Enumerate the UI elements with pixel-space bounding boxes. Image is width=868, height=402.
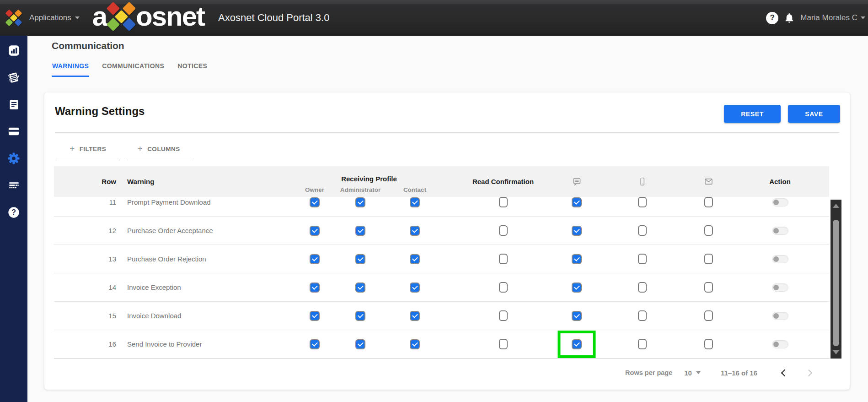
- row-number: 14: [54, 283, 127, 291]
- tab-warnings[interactable]: WARNINGS: [52, 60, 89, 77]
- caret-down-icon: [75, 16, 80, 22]
- settings-gear-icon[interactable]: [7, 152, 21, 165]
- columns-button[interactable]: + COLUMNS: [127, 144, 191, 160]
- comment-checkbox[interactable]: [572, 226, 582, 236]
- read-confirmation-checkbox[interactable]: [499, 310, 508, 321]
- column-header-contact: Contact: [379, 186, 451, 193]
- owner-checkbox[interactable]: [310, 282, 320, 293]
- filters-button[interactable]: + FILTERS: [56, 144, 120, 160]
- tab-communications[interactable]: COMMUNICATIONS: [102, 60, 165, 77]
- scroll-down-icon[interactable]: [833, 350, 839, 354]
- contact-checkbox[interactable]: [410, 197, 420, 207]
- reset-button[interactable]: RESET: [724, 105, 781, 123]
- applications-label: Applications: [29, 13, 71, 22]
- comment-checkbox[interactable]: [572, 282, 582, 293]
- rows-per-page-value: 10: [684, 369, 692, 377]
- mail-checkbox[interactable]: [704, 225, 713, 236]
- svg-text:?: ?: [11, 208, 16, 216]
- rows-per-page-select[interactable]: 10: [684, 369, 701, 377]
- comment-checkbox[interactable]: [572, 339, 582, 349]
- action-toggle[interactable]: [772, 283, 788, 292]
- action-toggle[interactable]: [772, 198, 788, 206]
- toggle-knob: [773, 200, 779, 205]
- action-toggle[interactable]: [772, 255, 788, 263]
- previous-page-button[interactable]: [779, 368, 790, 378]
- contact-checkbox[interactable]: [410, 282, 420, 293]
- warning-name: Invoice Download: [127, 312, 287, 320]
- comment-checkbox[interactable]: [572, 311, 582, 321]
- row-number: 13: [54, 255, 127, 263]
- owner-checkbox[interactable]: [310, 339, 320, 349]
- scroll-up-icon[interactable]: [833, 204, 839, 208]
- comment-checkbox[interactable]: [572, 254, 582, 264]
- pagination-range: 11–16 of 16: [721, 369, 757, 377]
- mail-checkbox[interactable]: [704, 310, 713, 321]
- next-page-button[interactable]: [804, 368, 814, 378]
- plus-icon: +: [70, 144, 75, 154]
- administrator-checkbox[interactable]: [355, 311, 365, 321]
- read-confirmation-checkbox[interactable]: [499, 282, 508, 293]
- owner-checkbox[interactable]: [310, 226, 320, 236]
- contact-checkbox[interactable]: [410, 339, 420, 349]
- mail-checkbox[interactable]: [704, 339, 713, 349]
- smartphone-icon: [598, 166, 686, 197]
- plus-icon: +: [138, 144, 143, 154]
- administrator-checkbox[interactable]: [355, 339, 365, 349]
- comment-checkbox[interactable]: [572, 197, 582, 207]
- smartphone-checkbox[interactable]: [638, 339, 647, 349]
- owner-checkbox[interactable]: [310, 254, 320, 264]
- dashboard-chart-icon[interactable]: [7, 43, 21, 57]
- read-confirmation-checkbox[interactable]: [499, 339, 508, 349]
- mail-checkbox[interactable]: [704, 197, 713, 207]
- credit-card-icon[interactable]: [7, 125, 21, 138]
- owner-checkbox[interactable]: [310, 197, 320, 207]
- contact-checkbox[interactable]: [410, 254, 420, 264]
- smartphone-checkbox[interactable]: [638, 254, 647, 264]
- filters-label: FILTERS: [80, 146, 107, 152]
- notifications-bell-icon[interactable]: [784, 12, 795, 23]
- help-circle-icon[interactable]: ?: [7, 206, 21, 219]
- row-number: 12: [54, 227, 127, 234]
- smartphone-checkbox[interactable]: [638, 310, 647, 321]
- column-header-action: Action: [731, 166, 829, 197]
- toggle-knob: [773, 342, 779, 347]
- administrator-checkbox[interactable]: [355, 254, 365, 264]
- mail-checkbox[interactable]: [704, 282, 713, 293]
- applications-menu[interactable]: Applications: [29, 13, 80, 22]
- help-icon[interactable]: ?: [766, 12, 778, 24]
- row-number: 11: [54, 198, 127, 206]
- contact-checkbox[interactable]: [410, 311, 420, 321]
- tab-notices[interactable]: NOTICES: [177, 60, 208, 77]
- administrator-checkbox[interactable]: [355, 197, 365, 207]
- column-header-warning: Warning: [127, 166, 287, 197]
- page-title: Communication: [52, 40, 124, 51]
- action-toggle[interactable]: [772, 312, 788, 320]
- logo-text-a: a: [92, 3, 107, 30]
- contract-edit-icon[interactable]: [7, 71, 21, 84]
- smartphone-checkbox[interactable]: [638, 197, 647, 207]
- ledger-list-icon[interactable]: [7, 179, 21, 192]
- user-menu[interactable]: Maria Morales C: [800, 13, 865, 22]
- owner-checkbox[interactable]: [310, 311, 320, 321]
- contact-checkbox[interactable]: [410, 226, 420, 236]
- columns-label: COLUMNS: [147, 146, 180, 152]
- administrator-checkbox[interactable]: [355, 226, 365, 236]
- document-icon[interactable]: [7, 98, 21, 111]
- read-confirmation-checkbox[interactable]: [499, 225, 508, 236]
- smartphone-checkbox[interactable]: [638, 225, 647, 236]
- read-confirmation-checkbox[interactable]: [499, 254, 508, 264]
- toggle-knob: [773, 285, 779, 290]
- table-scrollbar[interactable]: [830, 200, 841, 359]
- action-toggle[interactable]: [772, 340, 788, 348]
- read-confirmation-checkbox[interactable]: [499, 197, 508, 207]
- toggle-knob: [773, 228, 779, 234]
- mail-checkbox[interactable]: [704, 254, 713, 264]
- table-row: 13 Purchase Order Rejection: [54, 245, 829, 273]
- administrator-checkbox[interactable]: [355, 282, 365, 293]
- save-button[interactable]: SAVE: [788, 105, 840, 123]
- action-toggle[interactable]: [772, 227, 788, 235]
- smartphone-checkbox[interactable]: [638, 282, 647, 293]
- portal-title: Axosnet Cloud Portal 3.0: [218, 12, 329, 24]
- caret-down-icon: [696, 371, 701, 376]
- scrollbar-thumb[interactable]: [833, 220, 839, 346]
